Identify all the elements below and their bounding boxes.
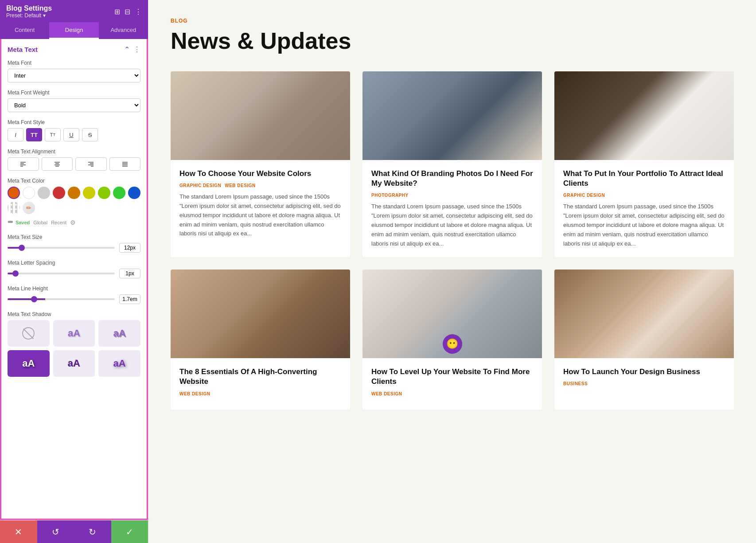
color-swatch-yellow[interactable] xyxy=(83,187,95,199)
meta-letter-spacing-slider[interactable] xyxy=(8,273,115,274)
section-more-button[interactable]: ⋮ xyxy=(133,45,140,54)
blog-card-2-body: What Kind Of Branding Photos Do I Need F… xyxy=(362,160,542,257)
style-small-caps-btn[interactable]: TT xyxy=(45,128,61,141)
panel-bottom: ✕ ↺ ↻ ✓ xyxy=(0,520,148,543)
meta-text-size-slider[interactable] xyxy=(8,247,115,249)
meta-text-size-group: Meta Text Size 12px xyxy=(8,234,140,253)
meta-line-height-label: Meta Line Height xyxy=(8,285,140,292)
color-swatch-red[interactable] xyxy=(53,187,65,199)
meta-text-size-label: Meta Text Size xyxy=(8,234,140,240)
color-swatch-lime[interactable] xyxy=(98,187,110,199)
color-swatch-checker[interactable] xyxy=(8,202,20,214)
panel-header: Blog Settings Preset: Default ▾ ⊞ ⊟ ⋮ xyxy=(0,0,148,22)
color-saved-label[interactable]: Saved xyxy=(16,220,30,225)
blog-card-1-title[interactable]: How To Choose Your Website Colors xyxy=(179,169,341,179)
blog-card-4-title[interactable]: The 8 Essentials Of A High-Converting We… xyxy=(179,367,341,387)
meta-letter-spacing-group: Meta Letter Spacing 1px xyxy=(8,260,140,278)
panel-preset[interactable]: Preset: Default ▾ xyxy=(6,12,52,19)
color-swatch-blue[interactable] xyxy=(128,187,140,199)
shadow-soft[interactable]: aA xyxy=(53,320,95,347)
panel-title: Blog Settings xyxy=(6,4,52,12)
save-button[interactable]: ✓ xyxy=(111,520,148,543)
right-content: BLOG News & Updates How To Choose Your W… xyxy=(148,0,756,543)
shadow-none[interactable] xyxy=(8,320,50,347)
blog-card-1-tag-0[interactable]: GRAPHIC DESIGN xyxy=(179,183,221,188)
meta-line-height-group: Meta Line Height 1.7em xyxy=(8,285,140,304)
panel-icon-square[interactable]: ⊞ xyxy=(114,8,120,16)
meta-font-style-label: Meta Font Style xyxy=(8,119,140,125)
meta-line-height-slider[interactable] xyxy=(8,298,115,300)
panel-icon-columns[interactable]: ⊟ xyxy=(125,8,130,16)
blog-card-6-tag-0[interactable]: BUSINESS xyxy=(563,381,588,386)
blog-card-5-tag-0[interactable]: WEB DESIGN xyxy=(371,391,402,396)
color-settings-icon[interactable]: ⚙ xyxy=(70,219,76,226)
color-global-label[interactable]: Global xyxy=(33,220,47,225)
meta-text-color-label: Meta Text Color xyxy=(8,178,140,184)
meta-letter-spacing-value[interactable]: 1px xyxy=(119,269,140,278)
color-swatch-amber[interactable] xyxy=(68,187,80,199)
tab-advanced[interactable]: Advanced xyxy=(99,22,148,39)
style-underline-btn[interactable]: U xyxy=(63,128,79,141)
blog-card-3-img xyxy=(554,71,734,160)
blog-card-2-title[interactable]: What Kind Of Branding Photos Do I Need F… xyxy=(371,169,533,188)
undo-button[interactable]: ↺ xyxy=(37,520,74,543)
meta-letter-spacing-label: Meta Letter Spacing xyxy=(8,260,140,266)
align-left-btn[interactable] xyxy=(8,157,39,171)
tab-content[interactable]: Content xyxy=(0,22,49,39)
color-swatch-green[interactable] xyxy=(113,187,125,199)
blog-card-3-tag-0[interactable]: GRAPHIC DESIGN xyxy=(563,193,605,198)
panel-tabs: Content Design Advanced xyxy=(0,22,148,39)
color-swatch-white[interactable] xyxy=(23,187,35,199)
align-right-btn[interactable] xyxy=(75,157,107,171)
meta-font-style-group: Meta Font Style I TT TT U S xyxy=(8,119,140,141)
shadow-grid: aA aA aA aA aA xyxy=(8,320,140,377)
meta-letter-spacing-slider-row: 1px xyxy=(8,269,140,278)
blog-card-5-title[interactable]: How To Level Up Your Website To Find Mor… xyxy=(371,367,533,387)
cancel-button[interactable]: ✕ xyxy=(0,520,37,543)
meta-text-shadow-label: Meta Text Shadow xyxy=(8,311,140,317)
blog-card-6-title[interactable]: How To Launch Your Design Business xyxy=(563,367,725,377)
style-italic-btn[interactable]: I xyxy=(8,128,23,141)
shadow-hard[interactable]: aA xyxy=(98,320,140,347)
blog-card-2-tag-0[interactable]: PHOTOGRAPHY xyxy=(371,193,409,198)
meta-font-weight-group: Meta Font Weight Bold Normal Light xyxy=(8,90,140,112)
color-swatch-orange[interactable] xyxy=(8,187,20,199)
blog-card-4-body: The 8 Essentials Of A High-Converting We… xyxy=(171,358,350,409)
blog-card-3-tags: GRAPHIC DESIGN xyxy=(563,193,725,198)
meta-line-height-slider-row: 1.7em xyxy=(8,294,140,304)
meta-text-size-value[interactable]: 12px xyxy=(119,243,140,253)
blog-card-4-tag-0[interactable]: WEB DESIGN xyxy=(179,391,210,396)
meta-font-weight-select[interactable]: Bold Normal Light xyxy=(8,98,140,112)
blog-card-4-tags: WEB DESIGN xyxy=(179,391,341,396)
section-title: Meta Text xyxy=(8,46,38,53)
color-picker-icon[interactable]: ✏ xyxy=(23,202,35,214)
style-strikethrough-btn[interactable]: S xyxy=(82,128,98,141)
align-justify-btn[interactable] xyxy=(109,157,141,171)
shadow-dark[interactable]: aA xyxy=(8,350,50,377)
meta-text-alignment-group: Meta Text Alignment xyxy=(8,148,140,171)
color-recent-label[interactable]: Recent xyxy=(51,220,66,225)
meta-font-label: Meta Font xyxy=(8,60,140,66)
tab-design[interactable]: Design xyxy=(49,22,98,39)
blog-card-1-img xyxy=(171,71,350,160)
meta-font-select[interactable]: Inter Roboto Open Sans xyxy=(8,69,140,82)
panel-icon-more[interactable]: ⋮ xyxy=(135,8,142,16)
blog-card-6-tags: BUSINESS xyxy=(563,381,725,386)
blog-title: News & Updates xyxy=(171,28,734,54)
color-swatch-lightgray[interactable] xyxy=(38,187,50,199)
panel-body: Meta Text ⌃ ⋮ Meta Font Inter Roboto Ope… xyxy=(0,39,148,520)
meta-line-height-value[interactable]: 1.7em xyxy=(119,294,140,304)
shadow-emboss[interactable]: aA xyxy=(98,350,140,377)
blog-card-3-title[interactable]: What To Put In Your Portfolio To Attract… xyxy=(563,169,725,188)
shadow-outline[interactable]: aA xyxy=(53,350,95,377)
redo-button[interactable]: ↻ xyxy=(74,520,111,543)
style-bold-btn[interactable]: TT xyxy=(26,128,42,141)
align-center-btn[interactable] xyxy=(42,157,73,171)
blog-section-label: BLOG xyxy=(171,18,734,24)
blog-card-6-img xyxy=(554,270,734,358)
collapse-button[interactable]: ⌃ xyxy=(124,45,130,54)
blog-card-2-excerpt: The standard Lorem Ipsum passage, used s… xyxy=(371,202,533,248)
blog-card-6: How To Launch Your Design Business BUSIN… xyxy=(554,270,734,409)
blog-card-1-tag-1[interactable]: WEB DESIGN xyxy=(225,183,255,188)
blog-card-4-img xyxy=(171,270,350,358)
